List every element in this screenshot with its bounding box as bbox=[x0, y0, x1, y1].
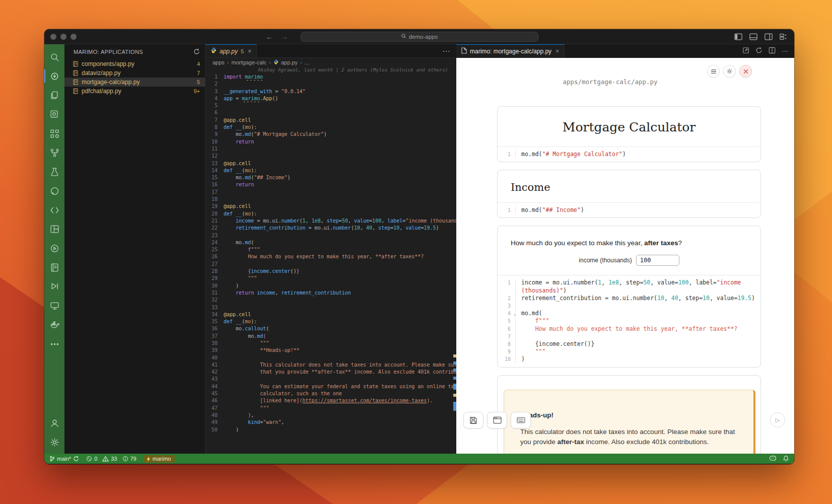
code-editor[interactable]: 1import marimo23__generated_with = "0.0.… bbox=[205, 74, 456, 454]
github-icon[interactable] bbox=[44, 181, 64, 200]
split-editor-icon[interactable] bbox=[769, 47, 776, 56]
more-icon[interactable] bbox=[44, 334, 64, 353]
code-line[interactable]: 25 f""" bbox=[205, 246, 456, 253]
code-line[interactable]: 49 kind="warn", bbox=[205, 419, 456, 426]
code-line[interactable]: 36 mo.callout( bbox=[205, 325, 456, 332]
more-actions-icon[interactable]: ⋯ bbox=[782, 47, 788, 55]
files-icon[interactable] bbox=[44, 86, 64, 105]
toggle-sidebar-icon[interactable] bbox=[734, 33, 742, 40]
code-line[interactable]: 26 How much do you expect to make this y… bbox=[205, 253, 456, 260]
git-branch-status[interactable]: main* bbox=[49, 456, 79, 462]
breadcrumb-item[interactable]: app.py bbox=[281, 59, 298, 65]
code-line[interactable]: 15 mo.md("## Income") bbox=[205, 174, 456, 181]
tab-marimo-preview[interactable]: marimo: mortgage-calc/app.py × bbox=[456, 44, 565, 58]
code-line[interactable]: 29 """ bbox=[205, 275, 456, 282]
code-line[interactable]: 3__generated_with = "0.0.14" bbox=[205, 88, 456, 95]
sidebar-item-dataviz-app-py[interactable]: dataviz/app.py7 bbox=[64, 68, 205, 78]
breadcrumb-item[interactable]: ... bbox=[305, 59, 309, 65]
code-line[interactable]: 30 ) bbox=[205, 282, 456, 290]
menu-icon[interactable] bbox=[707, 65, 720, 78]
keyboard-icon[interactable] bbox=[511, 412, 531, 428]
code-line[interactable]: 1import marimo bbox=[205, 74, 456, 81]
code-line[interactable]: 27 bbox=[205, 261, 456, 268]
code-line[interactable]: 47 """ bbox=[205, 405, 456, 412]
code-line[interactable]: 18 bbox=[205, 196, 456, 203]
account-icon[interactable] bbox=[44, 413, 64, 433]
code-line[interactable]: 4app = marimo.App() bbox=[205, 95, 456, 102]
gear-icon[interactable] bbox=[723, 65, 736, 78]
tab-close-icon[interactable]: × bbox=[556, 48, 559, 55]
refresh-icon[interactable] bbox=[193, 48, 200, 56]
close-window-button[interactable] bbox=[50, 34, 56, 40]
components-icon[interactable] bbox=[44, 124, 64, 143]
code-line[interactable]: 19@app.cell bbox=[205, 203, 456, 210]
problems-status[interactable]: 0 33 79 bbox=[86, 456, 136, 462]
code-line[interactable]: 38 """ bbox=[205, 340, 456, 347]
bell-icon[interactable] bbox=[783, 455, 789, 463]
play-circle-icon[interactable] bbox=[44, 239, 64, 258]
code-line[interactable]: 45 calculator, such as the one bbox=[205, 390, 456, 397]
breadcrumb[interactable]: apps›mortgage-calc›app.py›... bbox=[205, 58, 456, 67]
settings-icon[interactable] bbox=[44, 433, 64, 452]
copilot-icon[interactable] bbox=[769, 455, 777, 462]
code-line[interactable]: 35def __(mo): bbox=[205, 318, 456, 325]
code-line[interactable]: 9 mo.md("# Mortgage Calculator") bbox=[205, 131, 456, 138]
customize-layout-icon[interactable] bbox=[780, 33, 787, 40]
sidebar-item-components-app-py[interactable]: components/app.py4 bbox=[64, 59, 205, 68]
code-line[interactable]: 33 bbox=[205, 304, 456, 311]
breadcrumb-item[interactable]: mortgage-calc bbox=[232, 59, 267, 65]
code-line[interactable]: 34@app.cell bbox=[205, 311, 456, 318]
code-line[interactable]: 50 ) bbox=[205, 426, 456, 434]
breadcrumb-item[interactable]: apps bbox=[213, 59, 225, 65]
code-line[interactable]: 24 mo.md( bbox=[205, 239, 456, 246]
marimo-icon[interactable] bbox=[44, 66, 64, 86]
code-line[interactable]: 17 bbox=[205, 189, 456, 196]
code-line[interactable]: 11 bbox=[205, 146, 456, 153]
sidebar-item-mortgage-calc-app-py[interactable]: mortgage-calc/app.py5 bbox=[64, 78, 205, 87]
code-line[interactable]: 40 bbox=[205, 354, 456, 362]
layout-icon[interactable] bbox=[44, 220, 64, 239]
code-line[interactable]: 21 income = mo.ui.number(1, 1e8, step=50… bbox=[205, 218, 456, 225]
income-number-input[interactable] bbox=[636, 255, 679, 266]
toggle-panel-icon[interactable] bbox=[749, 33, 757, 40]
code-line[interactable]: 39 **Heads-up!** bbox=[205, 347, 456, 354]
search-icon[interactable] bbox=[44, 47, 64, 66]
docker-icon[interactable] bbox=[44, 315, 64, 334]
code-line[interactable]: 8def __(mo): bbox=[205, 124, 456, 131]
code-line[interactable]: 48 ), bbox=[205, 412, 456, 419]
code-line[interactable]: 2 bbox=[205, 81, 456, 88]
browser-window-icon[interactable] bbox=[487, 412, 507, 428]
code-line[interactable]: 23 bbox=[205, 232, 456, 239]
code-icon[interactable] bbox=[44, 200, 64, 220]
code-line[interactable]: 46 [linked here](https://smartasset.com/… bbox=[205, 397, 456, 404]
sidebar-item-pdfchat-app-py[interactable]: pdfchat/app.py9+ bbox=[64, 87, 205, 96]
preview-icon[interactable] bbox=[44, 105, 64, 124]
marimo-status-badge[interactable]: marimo bbox=[144, 455, 175, 463]
code-line[interactable]: 28 {income.center()} bbox=[205, 268, 456, 275]
code-line[interactable]: 37 mo.md( bbox=[205, 333, 456, 340]
reload-icon[interactable] bbox=[755, 47, 762, 56]
code-line[interactable]: 6 bbox=[205, 109, 456, 116]
code-line[interactable]: 10 return bbox=[205, 138, 456, 146]
tab-close-icon[interactable]: × bbox=[248, 48, 251, 55]
pipeline-icon[interactable] bbox=[44, 143, 64, 162]
code-line[interactable]: 7@app.cell bbox=[205, 117, 456, 124]
editor-more-actions-icon[interactable]: ⋯ bbox=[442, 46, 450, 56]
devices-icon[interactable] bbox=[44, 296, 64, 315]
code-line[interactable]: 16 return bbox=[205, 181, 456, 188]
run-cell-play-icon[interactable]: ▷ bbox=[770, 412, 785, 427]
run-icon[interactable] bbox=[44, 277, 64, 296]
command-center-search[interactable]: demo-apps bbox=[301, 32, 538, 42]
notebook-icon[interactable] bbox=[44, 258, 64, 277]
toggle-secondary-sidebar-icon[interactable] bbox=[765, 33, 773, 40]
code-line[interactable]: 22 retirement_contribution = mo.ui.numbe… bbox=[205, 225, 456, 232]
code-line[interactable]: 31 return income, retirement_contributio… bbox=[205, 290, 456, 297]
code-line[interactable]: 44 You can estimate your federal and sta… bbox=[205, 383, 456, 390]
shutdown-close-icon[interactable] bbox=[739, 65, 752, 78]
nav-forward-icon[interactable]: → bbox=[281, 33, 288, 41]
code-line[interactable]: 20def __(mo): bbox=[205, 210, 456, 218]
code-line[interactable]: 43 bbox=[205, 376, 456, 383]
code-line[interactable]: 32 bbox=[205, 297, 456, 304]
code-line[interactable]: 13@app.cell bbox=[205, 160, 456, 167]
code-line[interactable]: 14def __(mo): bbox=[205, 167, 456, 174]
